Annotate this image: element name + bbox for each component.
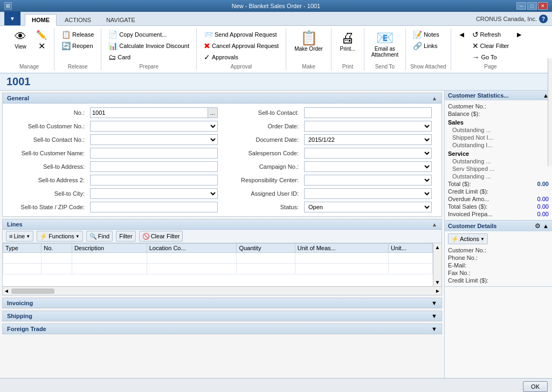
go-to-icon: → [472, 53, 480, 61]
service-outstanding-stat: Outstanding ... [448, 157, 549, 165]
clear-filter-button[interactable]: ✕ Clear Filter [470, 40, 512, 51]
release-button[interactable]: 📋 Release [59, 29, 96, 40]
sell-to-city-input[interactable] [90, 188, 218, 199]
print-button[interactable]: 🖨 Print... [336, 29, 360, 53]
maximize-button[interactable]: □ [527, 2, 537, 10]
sell-to-customer-no-input[interactable] [90, 121, 218, 132]
sell-to-customer-name-input[interactable] [90, 148, 218, 159]
scroll-thumb[interactable] [11, 288, 54, 294]
scroll-right-button[interactable]: ► [435, 288, 440, 294]
foreign-trade-section-header[interactable]: Foreign Trade ▼ [3, 324, 441, 334]
ribbon-group-send-to: 📧 Email as Attachment Send To [364, 28, 406, 71]
customer-details-header[interactable]: Customer Details ⚙ ▲ [445, 221, 552, 231]
campaign-no-input[interactable] [304, 161, 432, 172]
table-row[interactable] [3, 253, 433, 264]
close-button[interactable]: ✕ [538, 2, 548, 10]
next-page-button[interactable]: ► [513, 29, 526, 40]
lines-collapse-icon[interactable]: ▲ [432, 222, 437, 228]
card-button[interactable]: 🗂 Card [106, 52, 192, 63]
document-date-label: Document Date: [226, 136, 302, 143]
sell-to-address-input[interactable] [90, 161, 218, 172]
copy-document-button[interactable]: 📄 Copy Document... [106, 29, 192, 40]
email-attachment-button[interactable]: 📧 Email as Attachment [369, 29, 401, 59]
cancel-approval-button[interactable]: ✖ Cancel Approval Request [201, 40, 281, 51]
order-date-label: Order Date: [226, 123, 302, 129]
sell-to-state-zip-row: Sell-to State / ZIP Code: [12, 201, 218, 213]
ribbon-group-prepare: 📄 Copy Document... 📊 Calculate Invoice D… [101, 28, 197, 71]
find-icon: 🔍 [89, 233, 97, 240]
sell-to-state-zip-input[interactable] [90, 202, 218, 212]
send-approval-button[interactable]: 📨 Send Approval Request [201, 29, 281, 40]
tab-navigate[interactable]: NAVIGATE [99, 14, 142, 25]
salesperson-code-label: Salesperson Code: [226, 150, 302, 156]
notes-icon: 📝 [413, 30, 422, 39]
notes-button[interactable]: 📝 Notes [410, 29, 442, 40]
order-date-input[interactable] [304, 121, 432, 132]
tab-actions[interactable]: ACTIONS [58, 14, 98, 25]
approvals-button[interactable]: ✓ Approvals [201, 52, 281, 63]
status-input[interactable]: Open [304, 202, 432, 212]
print-icon: 🖨 [341, 31, 355, 45]
no-ellipsis-button[interactable]: ... [208, 107, 218, 118]
vertical-scrollbar[interactable]: ▲ ▼ [433, 243, 441, 286]
lines-section: Lines ▲ ≡ Line ▼ ⚡ Functions ▼ 🔍 Find [2, 219, 442, 295]
line-icon: ≡ [9, 233, 12, 239]
responsibility-center-input[interactable] [304, 175, 432, 185]
lines-table-area[interactable]: Type No. Description Location Co... Quan… [3, 243, 433, 286]
make-label: Make [291, 63, 327, 70]
scroll-down-button[interactable]: ▼ [435, 279, 440, 285]
lines-section-header[interactable]: Lines ▲ [3, 219, 441, 230]
salesperson-code-input[interactable] [304, 148, 432, 159]
links-button[interactable]: 🔗 Links [410, 40, 442, 51]
approval-label: Approval [201, 63, 281, 70]
general-section-header[interactable]: General ▲ [3, 93, 441, 104]
sell-to-address2-input[interactable] [90, 175, 218, 185]
scroll-up-button[interactable]: ▲ [435, 244, 440, 250]
scroll-left-button[interactable]: ◄ [4, 288, 9, 294]
view-button[interactable]: 👁 View [9, 29, 32, 51]
functions-button[interactable]: ⚡ Functions ▼ [37, 231, 83, 242]
horizontal-scrollbar[interactable]: ◄ ► [3, 286, 441, 295]
foreign-trade-collapse-icon[interactable]: ▼ [431, 326, 437, 332]
shipping-section-header[interactable]: Shipping ▼ [3, 311, 441, 321]
make-order-button[interactable]: 📋 Make Order [291, 29, 327, 53]
ok-button[interactable]: OK [523, 381, 548, 392]
invoicing-section-header[interactable]: Invoicing ▼ [3, 298, 441, 308]
status-label: Status: [226, 204, 302, 210]
assigned-user-id-row: Assigned User ID: [226, 188, 432, 200]
prev-page-button[interactable]: ◄ [456, 29, 468, 40]
window-title: New - Blanket Sales Order - 1001 [232, 3, 320, 9]
line-button[interactable]: ≡ Line ▼ [6, 231, 33, 242]
customer-details-collapse-icon[interactable]: ▲ [543, 223, 549, 229]
sell-to-contact-no-input[interactable] [90, 134, 218, 145]
no-input[interactable] [90, 107, 208, 118]
reopen-button[interactable]: 🔄 Reopen [59, 40, 96, 51]
assigned-user-id-input[interactable] [304, 188, 432, 199]
minimize-button[interactable]: ─ [516, 2, 526, 10]
customer-details-actions-button[interactable]: ⚡ Actions ▼ [448, 233, 488, 244]
shipping-collapse-icon[interactable]: ▼ [431, 313, 437, 319]
sell-to-contact-input[interactable] [304, 107, 432, 118]
manage-delete-icon[interactable]: ✕ [33, 40, 50, 51]
calculate-invoice-button[interactable]: 📊 Calculate Invoice Discount [106, 40, 192, 51]
go-to-button[interactable]: → Go To [470, 52, 512, 63]
overdue-label: Overdue Amo... [448, 196, 489, 202]
company-name: CRONUS Canada, Inc. ? [476, 15, 548, 25]
tab-home[interactable]: HOME [25, 14, 57, 26]
refresh-button[interactable]: ↺ Refresh [470, 29, 512, 40]
general-collapse-icon[interactable]: ▲ [432, 95, 437, 101]
invoicing-collapse-icon[interactable]: ▼ [431, 300, 437, 306]
page-label: Page [456, 63, 526, 70]
bottom-bar: OK [0, 378, 552, 392]
lines-clear-filter-button[interactable]: 🚫 Clear Filter [139, 231, 183, 242]
document-date-input[interactable]: 2015/1/22 [304, 134, 432, 145]
nav-back-button[interactable]: ▼ [4, 11, 20, 25]
customer-statistics-header[interactable]: Customer Statistics... ▲ [445, 91, 552, 100]
manage-edit-icon[interactable]: ✏️ [33, 29, 50, 40]
find-button[interactable]: 🔍 Find [86, 231, 113, 242]
filter-button[interactable]: Filter [116, 231, 135, 242]
right-panel-scrollbar[interactable] [548, 91, 552, 166]
help-icon[interactable]: ? [539, 15, 548, 23]
table-row[interactable] [3, 264, 433, 274]
detail-customer-no: Customer No.: [448, 246, 549, 254]
